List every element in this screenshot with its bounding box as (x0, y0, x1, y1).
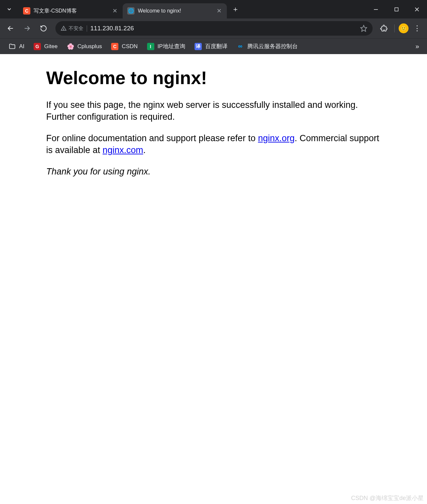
bookmark-label: Gitee (44, 43, 58, 50)
close-tab-icon[interactable]: ✕ (216, 8, 222, 14)
url-text: 111.230.81.226 (90, 25, 357, 32)
security-label: 不安全 (69, 25, 83, 32)
bookmark-item[interactable]: GGitee (30, 41, 62, 52)
bookmark-label: IP地址查询 (158, 43, 185, 50)
tab-search-dropdown[interactable] (0, 0, 18, 18)
tab-title: Welcome to nginx! (138, 8, 212, 14)
forward-button[interactable] (20, 21, 34, 36)
extensions-button[interactable] (377, 22, 390, 35)
bookmark-favicon: C (111, 43, 118, 50)
page-viewport: Welcome to nginx! If you see this page, … (0, 54, 427, 504)
toolbar: 不安全 111.230.81.226 🙂 ⋮ (0, 18, 427, 38)
security-chip[interactable]: 不安全 (61, 25, 87, 32)
bookmark-favicon: ∞ (237, 43, 244, 50)
bookmarks-overflow-icon[interactable]: » (412, 41, 422, 52)
globe-favicon: 🌐 (127, 7, 135, 15)
bookmark-item[interactable]: IIP地址查询 (143, 41, 189, 52)
page-thanks: Thank you for using nginx. (46, 166, 381, 177)
csdn-favicon: C (23, 7, 30, 15)
minimize-button[interactable] (366, 0, 386, 18)
toolbar-divider (394, 24, 395, 32)
bookmark-favicon: 🌸 (67, 43, 74, 50)
bookmark-favicon: G (34, 43, 41, 50)
bookmark-item[interactable]: 译百度翻译 (191, 41, 231, 52)
bookmark-label: 百度翻译 (205, 43, 228, 50)
bookmark-item[interactable]: 🌸Cplusplus (63, 41, 106, 52)
window-controls (366, 0, 427, 18)
profile-avatar[interactable]: 🙂 (399, 23, 409, 33)
maximize-button[interactable] (386, 0, 407, 18)
nginx-welcome-content: Welcome to nginx! If you see this page, … (46, 67, 381, 177)
bookmark-favicon: I (147, 43, 154, 50)
svg-point-7 (63, 29, 64, 30)
svg-rect-0 (374, 9, 378, 10)
page-paragraph-1: If you see this page, the nginx web serv… (46, 99, 381, 123)
reload-button[interactable] (36, 21, 51, 36)
bookmarks-bar: AIGGitee🌸CplusplusCCSDNIIP地址查询译百度翻译∞腾讯云服… (0, 38, 427, 54)
browser-menu-button[interactable]: ⋮ (411, 24, 424, 33)
bookmark-star-icon[interactable] (360, 25, 367, 32)
tab-nginx-welcome[interactable]: 🌐 Welcome to nginx! ✕ (123, 3, 227, 18)
page-heading: Welcome to nginx! (46, 67, 381, 88)
tab-title: 写文章-CSDN博客 (34, 8, 108, 15)
nginx-com-link[interactable]: nginx.com (103, 145, 143, 155)
bookmark-item[interactable]: ∞腾讯云服务器控制台 (233, 41, 302, 52)
new-tab-button[interactable]: ＋ (229, 3, 242, 16)
folder-icon (9, 43, 16, 50)
back-button[interactable] (3, 21, 18, 36)
bookmark-favicon: 译 (195, 43, 202, 50)
nginx-org-link[interactable]: nginx.org (258, 133, 294, 143)
tab-csdn-editor[interactable]: C 写文章-CSDN博客 ✕ (18, 3, 123, 18)
bookmark-item[interactable]: CCSDN (107, 41, 141, 52)
close-tab-icon[interactable]: ✕ (111, 8, 118, 14)
page-paragraph-2: For online documentation and support ple… (46, 132, 381, 156)
bookmark-item[interactable]: AI (5, 41, 28, 52)
bookmark-label: 腾讯云服务器控制台 (247, 43, 298, 50)
address-bar[interactable]: 不安全 111.230.81.226 (55, 21, 373, 36)
warning-icon (61, 25, 67, 31)
svg-rect-1 (395, 8, 398, 11)
svg-marker-8 (361, 25, 367, 31)
bookmark-label: Cplusplus (77, 43, 102, 50)
titlebar: C 写文章-CSDN博客 ✕ 🌐 Welcome to nginx! ✕ ＋ (0, 0, 427, 18)
close-window-button[interactable] (407, 0, 427, 18)
bookmark-label: AI (19, 43, 24, 50)
watermark: CSDN @海绵宝宝de派小星 (351, 494, 424, 502)
bookmark-label: CSDN (122, 43, 137, 50)
